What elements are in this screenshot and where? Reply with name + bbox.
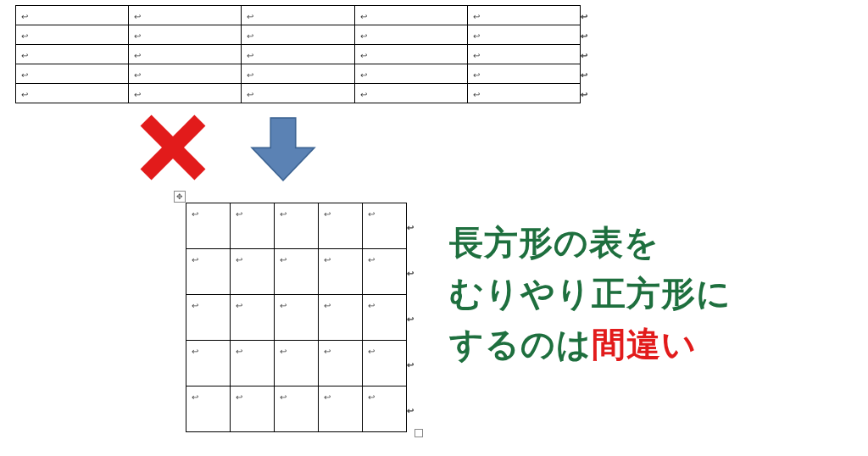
table-cell: ↩ bbox=[467, 6, 580, 25]
table-cell: ↩ bbox=[16, 25, 129, 45]
row-end-mark: ↩ bbox=[581, 45, 588, 64]
table-cell: ↩ bbox=[319, 341, 363, 386]
down-arrow-icon bbox=[248, 112, 318, 186]
table-resize-handle-icon[interactable] bbox=[415, 429, 423, 437]
x-mark-icon bbox=[137, 112, 209, 183]
caption-text: 長方形の表を むりやり正方形に するのは間違い bbox=[449, 217, 732, 370]
table-cell: ↩ bbox=[16, 6, 129, 25]
paragraph-mark-icon: ↩ bbox=[473, 12, 480, 21]
rectangular-table: ↩ ↩ ↩ ↩ ↩ ↩ ↩ ↩ ↩ ↩ ↩ ↩ ↩ ↩ ↩ ↩ ↩ ↩ ↩ ↩ … bbox=[15, 5, 588, 103]
table-cell: ↩ bbox=[319, 249, 363, 295]
caption-line-3: するのは間違い bbox=[449, 319, 732, 370]
row-end-mark: ↩ bbox=[407, 386, 415, 432]
table-cell: ↩ bbox=[129, 6, 242, 25]
table-cell: ↩ bbox=[319, 203, 363, 249]
table-cell: ↩ bbox=[467, 64, 580, 84]
table-cell: ↩ bbox=[363, 386, 407, 432]
row-end-mark: ↩ bbox=[407, 341, 415, 386]
table-cell: ↩ bbox=[129, 64, 242, 84]
table-cell: ↩ bbox=[231, 295, 275, 341]
table-cell: ↩ bbox=[275, 295, 319, 341]
table-cell: ↩ bbox=[363, 203, 407, 249]
table-cell: ↩ bbox=[186, 295, 231, 341]
table-cell: ↩ bbox=[129, 45, 242, 64]
table-cell: ↩ bbox=[275, 341, 319, 386]
table-cell: ↩ bbox=[275, 249, 319, 295]
paragraph-mark-icon: ↩ bbox=[581, 12, 587, 21]
caption-line-1: 長方形の表を bbox=[449, 217, 732, 268]
table-cell: ↩ bbox=[186, 341, 231, 386]
table-cell: ↩ bbox=[186, 249, 231, 295]
paragraph-mark-icon: ↩ bbox=[134, 12, 141, 21]
caption-line-3-prefix: するのは bbox=[449, 325, 592, 363]
table-cell: ↩ bbox=[275, 386, 319, 432]
table-cell: ↩ bbox=[16, 84, 129, 103]
table-cell: ↩ bbox=[354, 6, 467, 25]
table-cell: ↩ bbox=[242, 25, 354, 45]
table-cell: ↩ bbox=[186, 386, 231, 432]
svg-marker-2 bbox=[252, 118, 314, 181]
table-cell: ↩ bbox=[354, 45, 467, 64]
table-cell: ↩ bbox=[129, 84, 242, 103]
caption-line-3-highlight: 間違い bbox=[592, 325, 697, 363]
table-cell: ↩ bbox=[231, 203, 275, 249]
row-end-mark: ↩ bbox=[407, 249, 415, 295]
table-move-handle-icon[interactable]: ✥ bbox=[174, 191, 186, 203]
table-cell: ↩ bbox=[467, 25, 580, 45]
row-end-mark: ↩ bbox=[581, 84, 588, 103]
table-cell: ↩ bbox=[16, 64, 129, 84]
table-cell: ↩ bbox=[319, 386, 363, 432]
table-cell: ↩ bbox=[363, 295, 407, 341]
table-cell: ↩ bbox=[363, 249, 407, 295]
table-cell: ↩ bbox=[354, 64, 467, 84]
table-cell: ↩ bbox=[16, 45, 129, 64]
table-cell: ↩ bbox=[319, 295, 363, 341]
table-cell: ↩ bbox=[467, 84, 580, 103]
row-end-mark: ↩ bbox=[581, 6, 588, 25]
table-cell: ↩ bbox=[242, 84, 354, 103]
table-cell: ↩ bbox=[354, 25, 467, 45]
table-cell: ↩ bbox=[186, 203, 231, 249]
table-cell: ↩ bbox=[242, 45, 354, 64]
table-cell: ↩ bbox=[242, 6, 354, 25]
paragraph-mark-icon: ↩ bbox=[360, 12, 367, 21]
table-cell: ↩ bbox=[275, 203, 319, 249]
table-cell: ↩ bbox=[242, 64, 354, 84]
row-end-mark: ↩ bbox=[581, 25, 588, 45]
row-end-mark: ↩ bbox=[407, 203, 415, 249]
row-end-mark: ↩ bbox=[581, 64, 588, 84]
table-cell: ↩ bbox=[231, 386, 275, 432]
caption-line-2: むりやり正方形に bbox=[449, 268, 732, 319]
table-cell: ↩ bbox=[129, 25, 242, 45]
table-cell: ↩ bbox=[363, 341, 407, 386]
paragraph-mark-icon: ↩ bbox=[247, 12, 253, 21]
row-end-mark: ↩ bbox=[407, 295, 415, 341]
table-cell: ↩ bbox=[231, 249, 275, 295]
move-handle-glyph: ✥ bbox=[176, 192, 183, 201]
table-cell: ↩ bbox=[231, 341, 275, 386]
square-table: ↩ ↩ ↩ ↩ ↩ ↩ ↩ ↩ ↩ ↩ ↩ ↩ ↩ ↩ ↩ ↩ ↩ ↩ ↩ ↩ … bbox=[186, 203, 415, 432]
table-cell: ↩ bbox=[467, 45, 580, 64]
paragraph-mark-icon: ↩ bbox=[21, 12, 28, 21]
table-cell: ↩ bbox=[354, 84, 467, 103]
